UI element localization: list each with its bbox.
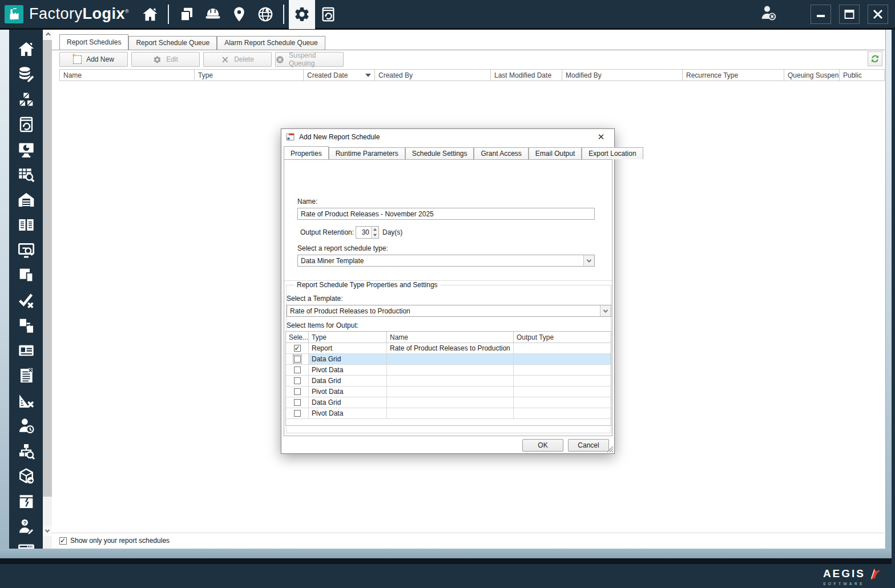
row-checkbox[interactable] bbox=[294, 345, 301, 352]
window-icon[interactable] bbox=[15, 541, 37, 549]
tab-alarm-report-schedule-queue[interactable]: Alarm Report Schedule Queue bbox=[217, 36, 325, 50]
dialog-tabs: Properties Runtime Parameters Schedule S… bbox=[284, 146, 643, 159]
user-clock-icon[interactable] bbox=[15, 416, 37, 436]
global-nav-icon[interactable] bbox=[252, 1, 279, 27]
refresh-button[interactable] bbox=[868, 51, 882, 66]
tab-properties[interactable]: Properties bbox=[284, 146, 329, 159]
items-row-pivot-data[interactable]: Pivot Data bbox=[286, 365, 611, 376]
items-row-pivot-data[interactable]: Pivot Data bbox=[286, 408, 611, 419]
settings-gear-icon[interactable] bbox=[289, 0, 315, 29]
nav-separator bbox=[283, 5, 284, 24]
column-header-modified-by[interactable]: Modified By bbox=[562, 70, 683, 80]
delete-button[interactable]: Delete bbox=[203, 52, 272, 67]
row-checkbox[interactable] bbox=[294, 377, 301, 384]
monitor-search-icon[interactable] bbox=[15, 240, 37, 260]
sidebar-scrollbar[interactable] bbox=[43, 30, 52, 549]
documents-nav-icon[interactable] bbox=[174, 1, 200, 27]
template-combo[interactable]: Rate of Product Releases to Production bbox=[287, 305, 611, 317]
row-checkbox[interactable] bbox=[294, 388, 301, 395]
cancel-button[interactable]: Cancel bbox=[568, 439, 609, 452]
combo-dropdown-icon[interactable] bbox=[583, 255, 594, 266]
items-row-report[interactable]: Report Rate of Product Releases to Produ… bbox=[286, 343, 611, 354]
scroll-down-button[interactable] bbox=[43, 526, 52, 536]
table-search-icon[interactable] bbox=[15, 164, 37, 184]
output-retention-spinner[interactable]: 30 bbox=[356, 226, 379, 239]
check-x-icon[interactable] bbox=[15, 290, 37, 310]
resize-grip[interactable] bbox=[607, 446, 614, 453]
dialog-title-bar[interactable]: Add New Report Schedule ✕ bbox=[281, 129, 614, 145]
history-log-icon[interactable] bbox=[315, 1, 341, 27]
minimize-button[interactable] bbox=[811, 5, 831, 24]
warehouse-icon[interactable] bbox=[15, 190, 37, 210]
column-header-created-by[interactable]: Created By bbox=[375, 70, 491, 80]
tab-report-schedules[interactable]: Report Schedules bbox=[59, 34, 128, 50]
aegis-flag-icon bbox=[868, 566, 882, 581]
row-checkbox[interactable] bbox=[294, 356, 301, 363]
spin-up-icon[interactable] bbox=[372, 227, 378, 232]
box-broken-icon[interactable] bbox=[15, 491, 37, 511]
cube-arrow-icon[interactable] bbox=[15, 466, 37, 486]
column-header-queuing-suspended[interactable]: Queuing Suspen... bbox=[784, 70, 840, 80]
output-retention-value[interactable]: 30 bbox=[356, 227, 371, 238]
add-report-schedule-dialog: Add New Report Schedule ✕ Properties Run… bbox=[281, 128, 615, 454]
id-card-icon[interactable] bbox=[15, 340, 37, 360]
scroll-up-button[interactable] bbox=[43, 30, 52, 40]
user-question-icon[interactable] bbox=[15, 516, 37, 536]
tab-email-output[interactable]: Email Output bbox=[529, 147, 582, 159]
column-header-name[interactable]: Name bbox=[60, 70, 195, 80]
items-row-pivot-data[interactable]: Pivot Data bbox=[286, 386, 611, 397]
book-history-icon[interactable] bbox=[15, 114, 37, 134]
open-book-icon[interactable] bbox=[15, 215, 37, 235]
dialog-title: Add New Report Schedule bbox=[299, 133, 380, 141]
items-label: Select Items for Output: bbox=[287, 321, 358, 329]
row-checkbox[interactable] bbox=[294, 410, 301, 417]
tab-export-location[interactable]: Export Location bbox=[582, 147, 643, 159]
materials-blocks-icon[interactable] bbox=[15, 89, 37, 109]
app-title: FactoryLogix® bbox=[29, 5, 129, 23]
tab-runtime-parameters[interactable]: Runtime Parameters bbox=[329, 147, 405, 159]
items-col-type: Type bbox=[309, 332, 387, 343]
tab-schedule-settings[interactable]: Schedule Settings bbox=[405, 147, 474, 159]
tracking-nav-icon[interactable] bbox=[226, 1, 252, 27]
column-header-last-modified-date[interactable]: Last Modified Date bbox=[491, 70, 562, 80]
home-nav-icon[interactable] bbox=[137, 1, 163, 27]
combo-dropdown-icon[interactable] bbox=[600, 305, 611, 316]
org-search-icon[interactable] bbox=[15, 441, 37, 461]
add-new-button[interactable]: Add New bbox=[59, 52, 128, 67]
documents-icon[interactable] bbox=[15, 265, 37, 285]
top-nav bbox=[137, 0, 341, 29]
monitor-chart-icon[interactable] bbox=[15, 139, 37, 159]
database-edit-icon[interactable] bbox=[15, 64, 37, 84]
spin-down-icon[interactable] bbox=[372, 232, 378, 238]
items-row-data-grid[interactable]: Data Grid bbox=[286, 397, 611, 408]
aegis-wordmark: AEGIS bbox=[823, 567, 865, 580]
row-checkbox[interactable] bbox=[294, 367, 301, 373]
maximize-button[interactable] bbox=[839, 5, 860, 24]
row-checkbox[interactable] bbox=[294, 399, 301, 406]
logout-user-icon[interactable] bbox=[759, 4, 777, 24]
list-x-icon[interactable] bbox=[15, 365, 37, 385]
output-items-grid: Sele... Type Name Output Type Report Rat… bbox=[285, 331, 611, 426]
ruler-x-icon[interactable] bbox=[15, 390, 37, 410]
column-header-created-date[interactable]: Created Date bbox=[304, 70, 375, 80]
ok-button[interactable]: OK bbox=[522, 439, 563, 452]
column-header-public[interactable]: Public bbox=[840, 70, 884, 80]
schedule-type-combo[interactable]: Data Miner Template bbox=[297, 255, 595, 267]
tab-report-schedule-queue[interactable]: Report Schedule Queue bbox=[128, 36, 217, 50]
column-header-recurrence-type[interactable]: Recurrence Type bbox=[683, 70, 784, 80]
close-button[interactable] bbox=[868, 5, 888, 24]
suspend-queuing-button[interactable]: Suspend Queuing bbox=[275, 52, 344, 67]
scrollbar-thumb[interactable] bbox=[43, 40, 52, 497]
show-only-label: Show only your report schedules bbox=[70, 537, 170, 545]
home-icon[interactable] bbox=[15, 39, 37, 59]
production-nav-icon[interactable] bbox=[200, 1, 226, 27]
tab-grant-access[interactable]: Grant Access bbox=[474, 147, 528, 159]
transfer-icon[interactable] bbox=[15, 315, 37, 335]
items-row-data-grid[interactable]: Data Grid bbox=[286, 376, 611, 386]
name-input[interactable] bbox=[297, 208, 595, 220]
edit-button[interactable]: Edit bbox=[131, 52, 200, 67]
column-header-type[interactable]: Type bbox=[195, 70, 304, 80]
show-only-checkbox[interactable] bbox=[59, 537, 67, 545]
items-row-data-grid-selected[interactable]: Data Grid bbox=[286, 354, 611, 365]
dialog-close-icon[interactable]: ✕ bbox=[592, 130, 610, 144]
